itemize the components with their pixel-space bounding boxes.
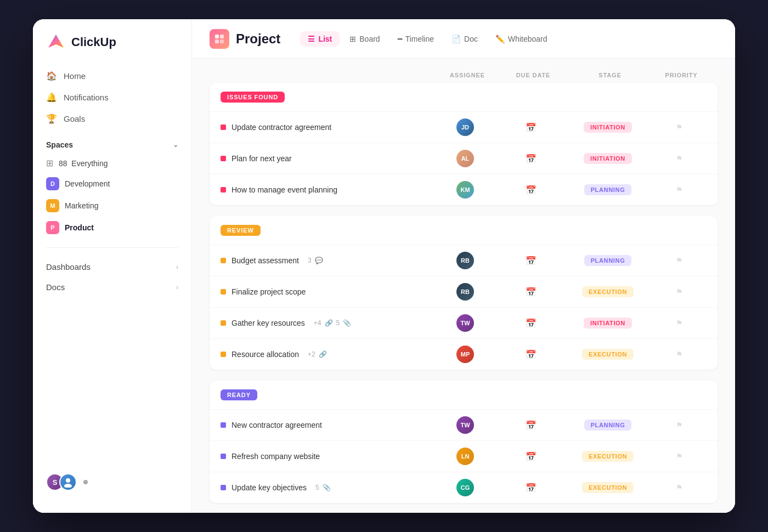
table-row[interactable]: Refresh company website LN 📅 EXECUTION ⚑ <box>210 440 718 472</box>
stage-cell: PLANNING <box>564 420 652 431</box>
avatar: TW <box>456 314 474 332</box>
flag-icon: ⚑ <box>676 185 683 194</box>
task-name: Refresh company website <box>231 452 320 461</box>
dashboards-label: Dashboards <box>46 262 91 271</box>
avatar: LN <box>456 448 474 465</box>
task-meta: +4 🔗 5 📎 <box>314 319 351 327</box>
tab-list[interactable]: ☰ List <box>300 31 340 47</box>
priority-cell: ⚑ <box>652 154 707 163</box>
docs-chevron-icon: › <box>176 284 178 291</box>
stage-badge: PLANNING <box>584 420 632 431</box>
tab-whiteboard[interactable]: ✏️ Whiteboard <box>488 31 555 47</box>
calendar-icon: 📅 <box>526 122 537 133</box>
stage-badge: INITIATION <box>584 122 632 133</box>
table-row[interactable]: Resource allocation +2 🔗 MP 📅 EXECUTION <box>210 338 718 370</box>
avatar: RB <box>456 283 474 301</box>
due-date-cell[interactable]: 📅 <box>498 122 564 133</box>
flag-icon: ⚑ <box>676 350 683 359</box>
priority-cell: ⚑ <box>652 185 707 194</box>
stage-cell: EXECUTION <box>564 286 652 297</box>
due-date-cell[interactable]: 📅 <box>498 483 564 493</box>
grid-icon: ⊞ <box>46 158 53 168</box>
table-row[interactable]: Plan for next year AL 📅 INITIATION ⚑ <box>210 143 718 174</box>
table-row[interactable]: Update key objectives 5 📎 CG 📅 EXECUTION <box>210 472 718 503</box>
avatar-user2 <box>59 473 77 491</box>
sidebar-item-everything[interactable]: ⊞ 88 Everything <box>39 154 185 173</box>
due-date-cell[interactable]: 📅 <box>498 287 564 297</box>
due-date-cell[interactable]: 📅 <box>498 349 564 360</box>
sidebar-item-development-label: Development <box>65 179 110 188</box>
table-row[interactable]: Finalize project scope RB 📅 EXECUTION ⚑ <box>210 276 718 307</box>
spaces-label: Spaces <box>46 140 73 149</box>
logo-area: ClickUp <box>33 32 191 65</box>
avatar: JD <box>456 118 474 136</box>
assignee-cell: CG <box>432 479 498 496</box>
spaces-chevron-icon[interactable]: ⌄ <box>173 141 178 149</box>
sidebar-item-product[interactable]: P Product <box>39 217 185 239</box>
table-row[interactable]: How to manage event planning KM 📅 PLANNI… <box>210 174 718 205</box>
priority-cell: ⚑ <box>652 452 707 461</box>
sidebar-item-dashboards[interactable]: Dashboards › <box>33 257 191 277</box>
due-date-cell[interactable]: 📅 <box>498 185 564 195</box>
sidebar-item-docs[interactable]: Docs › <box>33 277 191 297</box>
assignee-cell: JD <box>432 118 498 136</box>
sidebar-item-development[interactable]: D Development <box>39 173 185 195</box>
sidebar-nav: 🏠 Home 🔔 Notifications 🏆 Goals <box>33 65 191 129</box>
task-meta: +2 🔗 <box>308 350 327 358</box>
due-date-cell[interactable]: 📅 <box>498 420 564 431</box>
task-name-cell: Finalize project scope <box>221 287 432 296</box>
flag-icon: ⚑ <box>676 287 683 296</box>
assignee-cell: KM <box>432 181 498 199</box>
table-row[interactable]: Gather key resources +4 🔗 5 📎 TW 📅 <box>210 307 718 338</box>
plus-count: +4 <box>314 319 321 327</box>
priority-dot-yellow <box>221 289 226 295</box>
due-date-cell[interactable]: 📅 <box>498 256 564 266</box>
tab-timeline[interactable]: ━ Timeline <box>390 31 442 47</box>
tab-doc[interactable]: 📄 Doc <box>444 31 485 47</box>
header-project-title: Project <box>236 31 280 47</box>
home-icon: 🏠 <box>46 71 57 81</box>
task-name: Gather key resources <box>231 319 305 327</box>
due-date-cell[interactable]: 📅 <box>498 451 564 462</box>
sidebar-item-goals[interactable]: 🏆 Goals <box>39 108 185 129</box>
user-avatars[interactable]: S <box>46 473 77 491</box>
sidebar-item-notifications[interactable]: 🔔 Notifications <box>39 87 185 108</box>
development-dot: D <box>46 177 59 190</box>
attachment-count: 5 <box>336 319 340 327</box>
flag-icon: ⚑ <box>676 319 683 327</box>
task-name: Update contractor agreement <box>231 123 331 132</box>
tab-doc-label: Doc <box>464 35 478 43</box>
stage-badge: EXECUTION <box>582 482 634 493</box>
table-row[interactable]: New contractor agreement TW 📅 PLANNING ⚑ <box>210 409 718 440</box>
tab-board[interactable]: ⊞ Board <box>342 31 387 47</box>
due-date-cell[interactable]: 📅 <box>498 318 564 329</box>
calendar-icon: 📅 <box>526 420 537 431</box>
col-assignee: ASSIGNEE <box>434 72 500 78</box>
task-name-cell: Resource allocation +2 🔗 <box>221 350 432 359</box>
flag-icon: ⚑ <box>676 452 683 461</box>
header-tabs: ☰ List ⊞ Board ━ Timeline 📄 Doc ✏️ Wh <box>300 31 555 47</box>
calendar-icon: 📅 <box>526 451 537 462</box>
table-row[interactable]: Update contractor agreement JD 📅 INITIAT… <box>210 111 718 143</box>
sidebar-item-marketing[interactable]: M Marketing <box>39 195 185 217</box>
assignee-cell: LN <box>432 448 498 465</box>
sidebar-item-product-label: Product <box>65 223 94 232</box>
tab-board-label: Board <box>359 35 380 43</box>
assignee-cell: MP <box>432 346 498 363</box>
table-row[interactable]: Budget assessment 3 💬 RB 📅 PLANNING <box>210 245 718 276</box>
task-name: Finalize project scope <box>231 287 306 296</box>
calendar-icon: 📅 <box>526 154 537 164</box>
plus-count: +2 <box>308 350 315 358</box>
col-task <box>218 72 434 78</box>
due-date-cell[interactable]: 📅 <box>498 154 564 164</box>
assignee-cell: RB <box>432 283 498 301</box>
priority-dot-yellow <box>221 352 226 357</box>
link-icon: 🔗 <box>319 350 327 358</box>
task-name-cell: Update contractor agreement <box>221 123 432 132</box>
calendar-icon: 📅 <box>526 483 537 493</box>
col-priority: PRIORITY <box>654 72 709 78</box>
priority-cell: ⚑ <box>652 350 707 359</box>
sidebar-item-home[interactable]: 🏠 Home <box>39 65 185 87</box>
stage-cell: PLANNING <box>564 255 652 266</box>
svg-point-0 <box>66 478 70 483</box>
